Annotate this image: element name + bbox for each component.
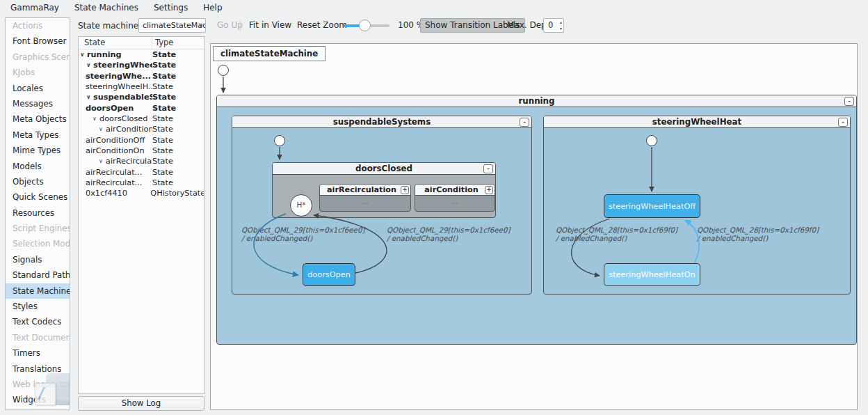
expander-icon[interactable] — [86, 92, 93, 102]
collapsed-content-placeholder: ... — [415, 196, 495, 208]
tree-column-state[interactable]: State — [79, 37, 152, 49]
sidebar-item-state-machines[interactable]: State Machines — [6, 283, 70, 299]
sidebar-item-script-engines: Script Engines — [6, 221, 70, 236]
max-depth-spinbox[interactable]: 0 ▴▾ — [543, 18, 564, 33]
fit-in-view-button[interactable]: Fit in View — [245, 18, 296, 33]
tree-header: State Type — [79, 37, 204, 49]
show-log-button[interactable]: Show Log — [78, 396, 204, 411]
state-air-condition[interactable]: airCondition ... — [415, 184, 495, 212]
initial-state-marker — [218, 65, 229, 76]
state-steering-wheel-heat-off[interactable]: steeringWheelHeatOff — [604, 194, 700, 218]
sidebar-item-mime-types[interactable]: Mime Types — [6, 143, 70, 158]
tree-column-type[interactable]: Type — [152, 37, 173, 49]
zoom-slider[interactable] — [344, 24, 389, 27]
transition-label: QObject_QML_29[this=0x1cf6ee0] / enabled… — [241, 226, 364, 242]
menu-bar: GammaRay State Machines Settings Help — [0, 0, 868, 15]
sidebar-item-resources[interactable]: Resources — [6, 205, 70, 221]
sidebar-item-actions: Actions — [6, 18, 70, 33]
reset-zoom-button[interactable]: Reset Zoom — [293, 18, 351, 33]
tree-row[interactable]: steeringWheel... State — [79, 60, 204, 70]
tree-row[interactable]: doorsClosed State — [79, 113, 204, 124]
sidebar-item-objects[interactable]: Objects — [6, 174, 70, 189]
tree-row[interactable]: running State — [79, 49, 204, 60]
tree-row[interactable]: suspendableS... State — [79, 92, 204, 102]
tree-row[interactable]: steeringWheelH... State — [79, 81, 204, 92]
tree-row[interactable]: airRecirculat... State — [79, 167, 204, 178]
tree-row[interactable]: steeringWhe... State — [79, 71, 204, 81]
collapse-button[interactable] — [483, 164, 493, 173]
max-depth-value: 0 — [548, 19, 553, 32]
tree-row[interactable]: 0x1cf4410 QHistoryState — [79, 188, 204, 198]
collapse-button[interactable] — [520, 118, 529, 127]
tree-row[interactable]: airRecirculation State — [79, 156, 204, 166]
state-steering-wheel-heat-on[interactable]: steeringWheelHeatOn — [604, 263, 700, 286]
sidebar-item-models[interactable]: Models — [6, 159, 70, 174]
initial-state-marker — [646, 135, 657, 146]
expand-button[interactable] — [401, 186, 409, 194]
menu-help[interactable]: Help — [195, 1, 230, 14]
toolbar-separator — [240, 19, 241, 31]
tree-row[interactable]: airCondition State — [79, 124, 204, 134]
expander-icon[interactable] — [86, 60, 93, 70]
state-tree-panel: State Type running State steeringWheel..… — [78, 36, 204, 394]
sidebar-item-styles[interactable]: Styles — [6, 299, 70, 314]
state-machine-label: State machine: — [78, 21, 141, 31]
expander-icon[interactable] — [93, 113, 99, 124]
zoom-slider-handle[interactable] — [359, 19, 371, 31]
menu-state-machines[interactable]: State Machines — [67, 1, 146, 14]
history-state[interactable]: H* — [290, 194, 312, 217]
gammaray-window: { "menu": { "items": ["GammaRay", "State… — [0, 0, 868, 415]
sidebar-item-meta-types[interactable]: Meta Types — [6, 127, 70, 143]
tool-sidebar: Actions Font Browser Graphics Scenes KJo… — [5, 17, 70, 410]
initial-state-marker — [274, 135, 285, 146]
go-up-button: Go Up — [213, 18, 247, 33]
transition-label: QObject_QML_29[this=0x1cf6ee0] / enabled… — [387, 226, 510, 242]
machine-name-tab: climateStateMachine — [213, 46, 326, 61]
sidebar-item-graphics-scenes: Graphics Scenes — [6, 49, 70, 65]
tree-row[interactable]: airConditionOff State — [79, 135, 204, 146]
state-air-recirculation[interactable]: airRecirculation ... — [319, 184, 411, 212]
sidebar-item-locales[interactable]: Locales — [6, 81, 70, 96]
sidebar-item-font-browser[interactable]: Font Browser — [6, 33, 70, 49]
tree-row[interactable]: airConditionOn State — [79, 146, 204, 156]
collapsed-content-placeholder: ... — [320, 196, 410, 208]
state-doors-open[interactable]: doorsOpen — [303, 263, 355, 286]
sidebar-item-signals[interactable]: Signals — [6, 252, 70, 267]
menu-gammaray[interactable]: GammaRay — [3, 1, 67, 14]
expand-button[interactable] — [485, 186, 493, 194]
tree-row[interactable]: airRecirculat... State — [79, 178, 204, 188]
collapse-button[interactable] — [838, 118, 848, 127]
sidebar-item-messages[interactable]: Messages — [6, 96, 70, 111]
sidebar-item-selection-models: Selection Models — [6, 236, 70, 251]
menu-settings[interactable]: Settings — [146, 1, 195, 14]
state-machine-combobox[interactable]: climateStateMachir ∨ — [138, 18, 206, 33]
tree-row[interactable]: doorsOpen State — [79, 103, 204, 113]
gammaray-watermark-logo — [35, 372, 70, 408]
state-machine-view[interactable]: climateStateMachine running suspendableS… — [210, 43, 858, 410]
expander-icon[interactable] — [99, 124, 106, 134]
transition-label: QObject_QML_28[this=0x1cf69f0] / enabled… — [556, 226, 677, 242]
sidebar-item-text-documents: Text Documents — [6, 330, 70, 345]
chevron-down-icon: ∨ — [198, 19, 203, 32]
sidebar-item-timers[interactable]: Timers — [6, 345, 70, 361]
sidebar-item-text-codecs[interactable]: Text Codecs — [6, 314, 70, 329]
sidebar-item-quick-scenes[interactable]: Quick Scenes — [6, 189, 70, 205]
expander-icon[interactable] — [80, 49, 87, 60]
sidebar-item-standard-paths[interactable]: Standard Paths — [6, 267, 70, 283]
sidebar-item-kjobs: KJobs — [6, 65, 70, 80]
collapse-button[interactable] — [844, 97, 854, 106]
sidebar-item-meta-objects[interactable]: Meta Objects — [6, 111, 70, 127]
expander-icon[interactable] — [99, 156, 106, 166]
spinbox-arrows-icon[interactable]: ▴▾ — [560, 19, 562, 31]
transition-label: QObject_QML_28[this=0x1cf69f0] / enabled… — [697, 226, 819, 242]
state-machine-combobox-value: climateStateMachir — [143, 21, 206, 30]
